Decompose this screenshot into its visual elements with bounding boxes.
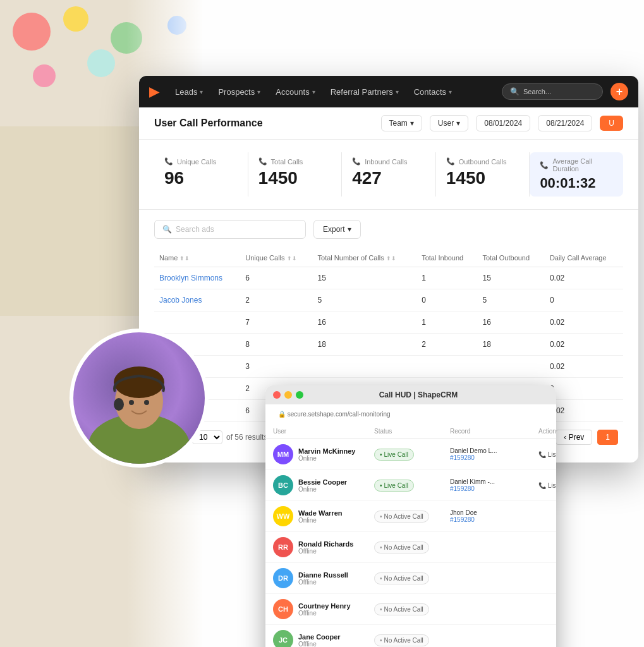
cell-unique: 7 (240, 311, 312, 334)
status-cell-6: • No Active Call (374, 634, 450, 646)
record-id-2: #159280 (450, 516, 538, 523)
cell-inbound: 1 (416, 267, 477, 289)
pagination: ‹ Prev 1 (556, 430, 618, 445)
window-close-btn[interactable] (273, 391, 281, 399)
cell-total: 5 (313, 289, 417, 311)
online-status-4: Offline (298, 579, 348, 586)
record-cell-0: Daniel Demo L...#159280 (450, 447, 538, 461)
inbound-calls-value: 427 (352, 168, 425, 188)
date-end[interactable]: 08/21/2024 (538, 115, 592, 131)
listen-btn-0[interactable]: 📞 Listen (538, 451, 556, 458)
date-start[interactable]: 08/01/2024 (476, 115, 530, 131)
top-nav: ▶ Leads ▾ Prospects ▾ Accounts ▾ Referra… (139, 76, 638, 107)
cell-name (154, 311, 240, 334)
window-maximize-btn[interactable] (296, 391, 303, 399)
cell-outbound (478, 356, 545, 378)
cell-total (313, 356, 417, 378)
col-name-label: Name (159, 254, 178, 262)
col-outbound[interactable]: Total Outbound (478, 249, 545, 267)
sub-header: User Call Performance Team ▾ User ▾ 08/0… (139, 107, 638, 140)
avatar-2: WW (273, 506, 293, 526)
online-status-6: Offline (298, 641, 341, 648)
record-id-0: #159280 (450, 454, 538, 461)
cell-daily: 0 (545, 289, 623, 311)
hud-url-text: secure.setshape.com/call-monitoring (288, 411, 391, 418)
avatar-5: CH (273, 599, 293, 619)
cell-unique: 2 (240, 289, 312, 311)
phone-icon-4: 📞 (446, 157, 455, 166)
hud-row: BC Bessie Cooper Online • Live Call Dani… (265, 470, 556, 501)
nav-item-contacts[interactable]: Contacts ▾ (408, 83, 458, 100)
export-chevron: ▾ (348, 225, 351, 234)
add-button[interactable]: + (611, 83, 628, 100)
col-total[interactable]: Total Number of Calls ⬆⬇ (313, 249, 417, 267)
col-total-label: Total Number of Calls (318, 254, 384, 262)
svg-point-6 (87, 49, 115, 77)
user-name-2: Wade Warren (298, 509, 342, 517)
export-button[interactable]: Export ▾ (313, 220, 361, 239)
status-cell-0: • Live Call (374, 448, 450, 461)
table-search[interactable]: 🔍 Search ads (154, 220, 306, 239)
avg-duration-label: Average Call Duration (552, 157, 613, 172)
prev-button[interactable]: ‹ Prev (556, 430, 592, 445)
cell-total: 18 (313, 334, 417, 356)
nav-search-box[interactable]: 🔍 Search... (502, 83, 603, 100)
status-dot-4: • (380, 575, 382, 582)
page-1-button[interactable]: 1 (597, 430, 618, 445)
nav-item-prospects[interactable]: Prospects ▾ (212, 83, 267, 100)
col-unique[interactable]: Unique Calls ⬆⬇ (240, 249, 312, 267)
nav-referral-chevron: ▾ (396, 88, 399, 95)
cell-inbound: 1 (416, 311, 477, 334)
hud-title: Call HUD | ShapeCRM (307, 390, 530, 399)
outbound-calls-label: Outbound Calls (459, 158, 507, 166)
user-chevron: ▾ (456, 119, 460, 128)
action-cell-1: 📞 Listen (538, 482, 556, 489)
nav-item-leads[interactable]: Leads ▾ (169, 83, 209, 100)
col-name[interactable]: Name ⬆⬇ (154, 249, 240, 267)
stat-avg-duration: 📞 Average Call Duration 00:01:32 (530, 152, 623, 197)
team-label: Team (389, 119, 408, 128)
cell-inbound: 2 (416, 334, 477, 356)
cell-daily: 0.02 (545, 267, 623, 289)
stats-row: 📞 Unique Calls 96 📞 Total Calls 1450 📞 I… (139, 140, 638, 210)
col-inbound[interactable]: Total Inbound (416, 249, 477, 267)
svg-point-10 (114, 366, 164, 398)
record-name-2: Jhon Doe (450, 509, 538, 516)
hud-user-1: BC Bessie Cooper Online (273, 475, 374, 495)
col-daily-label: Daily Call Average (550, 254, 607, 262)
table-row: Brooklyn Simmons6151150.02 (154, 267, 623, 289)
app-logo: ▶ (149, 84, 159, 99)
status-badge-0: • Live Call (374, 449, 414, 461)
record-name-0: Daniel Demo L... (450, 447, 538, 454)
online-status-3: Offline (298, 548, 353, 555)
total-calls-label: Total Calls (271, 158, 303, 166)
cell-name[interactable]: Jacob Jones (154, 289, 240, 311)
cell-name[interactable]: Brooklyn Simmons (154, 267, 240, 289)
hud-col-action: Action (538, 428, 556, 435)
col-daily[interactable]: Daily Call Average (545, 249, 623, 267)
user-filter[interactable]: User ▾ (430, 115, 468, 131)
cell-daily: 0.02 (545, 334, 623, 356)
svg-point-3 (111, 22, 142, 54)
phone-icon-2: 📞 (258, 157, 267, 166)
col-unique-label: Unique Calls (245, 254, 284, 262)
status-badge-4: • No Active Call (374, 572, 429, 584)
nav-item-accounts[interactable]: Accounts ▾ (269, 83, 321, 100)
status-dot-2: • (380, 513, 382, 520)
nav-prospects-chevron: ▾ (257, 88, 260, 95)
update-button[interactable]: U (600, 116, 623, 131)
svg-point-4 (167, 16, 186, 35)
status-badge-3: • No Active Call (374, 541, 429, 553)
total-label: of 56 results (226, 433, 267, 442)
svg-point-1 (13, 13, 51, 51)
hud-user-5: CH Courtney Henry Offline (273, 599, 374, 619)
status-cell-2: • No Active Call (374, 510, 450, 523)
unique-calls-label: Unique Calls (177, 158, 216, 166)
window-minimize-btn[interactable] (284, 391, 292, 399)
team-filter[interactable]: Team ▾ (381, 115, 422, 131)
hud-titlebar: Call HUD | ShapeCRM (265, 385, 556, 404)
listen-btn-1[interactable]: 📞 Listen (538, 482, 556, 489)
hud-user-6: JC Jane Cooper Offline (273, 630, 374, 647)
cell-daily: 0 (545, 378, 623, 400)
nav-item-referral-partners[interactable]: Referral Partners ▾ (324, 83, 405, 100)
